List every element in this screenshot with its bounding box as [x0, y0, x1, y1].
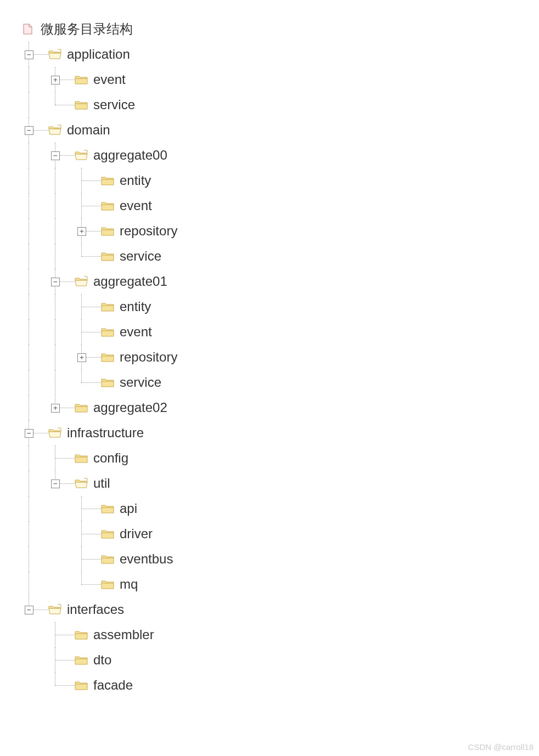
folder-icon — [101, 578, 115, 590]
folder-icon — [101, 301, 115, 313]
node-label: entity — [120, 299, 151, 314]
node-label: repository — [120, 223, 177, 239]
folder-icon — [101, 225, 115, 237]
folder-icon — [75, 629, 89, 641]
node-label: service — [93, 97, 135, 112]
toggle-collapse-icon[interactable]: − — [25, 606, 33, 614]
node-label: assembler — [93, 627, 154, 642]
folder-icon — [75, 452, 89, 464]
tree-node-aggregate02[interactable]: + aggregate02 — [22, 395, 539, 420]
node-label: application — [67, 47, 130, 62]
node-label: facade — [93, 678, 133, 693]
tree-node-interfaces-facade[interactable]: facade — [22, 673, 539, 698]
tree-node-aggregate01-event[interactable]: event — [22, 319, 539, 345]
folder-open-icon — [75, 275, 89, 287]
node-label: service — [120, 375, 161, 390]
tree-node-aggregate00-repository[interactable]: + repository — [22, 218, 539, 244]
node-label: eventbus — [120, 551, 173, 567]
node-label: infrastructure — [67, 425, 144, 441]
node-label: entity — [120, 173, 151, 188]
folder-open-icon — [48, 427, 63, 439]
node-label: repository — [120, 349, 177, 365]
toggle-expand-icon[interactable]: + — [51, 76, 60, 84]
tree-node-util-mq[interactable]: mq — [22, 572, 539, 597]
node-label: aggregate02 — [93, 400, 167, 415]
tree-node-util-eventbus[interactable]: eventbus — [22, 546, 539, 572]
tree-node-aggregate00-event[interactable]: event — [22, 193, 539, 218]
tree-node-aggregate01-entity[interactable]: entity — [22, 294, 539, 319]
toggle-collapse-icon[interactable]: − — [25, 50, 33, 59]
tree-node-util-driver[interactable]: driver — [22, 521, 539, 546]
node-label: 微服务目录结构 — [41, 20, 133, 38]
tree-node-aggregate01-service[interactable]: service — [22, 370, 539, 395]
folder-icon — [101, 351, 115, 363]
folder-icon — [101, 200, 115, 212]
tree-node-infrastructure-util[interactable]: − util — [22, 471, 539, 496]
tree-node-aggregate00[interactable]: − aggregate00 — [22, 143, 539, 168]
node-label: event — [120, 198, 152, 213]
node-label: config — [93, 450, 128, 466]
watermark-text: CSDN @carroll18 — [468, 742, 534, 752]
node-label: service — [120, 249, 161, 264]
folder-open-icon — [75, 477, 89, 489]
folder-icon — [101, 326, 115, 338]
folder-icon — [101, 174, 115, 187]
tree-node-aggregate00-service[interactable]: service — [22, 244, 539, 269]
folder-open-icon — [48, 48, 63, 60]
toggle-collapse-icon[interactable]: − — [51, 151, 60, 160]
node-label: driver — [120, 526, 153, 541]
node-label: event — [93, 72, 126, 87]
tree-node-infrastructure[interactable]: − infrastructure — [22, 420, 539, 445]
node-label: api — [120, 501, 137, 516]
node-label: event — [120, 324, 152, 340]
tree-node-infrastructure-config[interactable]: config — [22, 445, 539, 471]
folder-icon — [75, 99, 89, 111]
tree-node-domain[interactable]: − domain — [22, 117, 539, 143]
file-icon — [22, 23, 36, 35]
folder-icon — [101, 376, 115, 388]
folder-open-icon — [75, 149, 89, 161]
folder-icon — [101, 503, 115, 515]
folder-icon — [75, 74, 89, 86]
folder-icon — [75, 654, 89, 666]
node-label: dto — [93, 652, 111, 668]
tree-node-application-event[interactable]: + event — [22, 67, 539, 92]
toggle-collapse-icon[interactable]: − — [51, 479, 60, 488]
tree-node-aggregate00-entity[interactable]: entity — [22, 168, 539, 193]
node-label: domain — [67, 122, 110, 138]
toggle-collapse-icon[interactable]: − — [25, 429, 33, 438]
tree-node-aggregate01-repository[interactable]: + repository — [22, 345, 539, 370]
tree-node-interfaces-dto[interactable]: dto — [22, 647, 539, 673]
tree-node-util-api[interactable]: api — [22, 496, 539, 521]
toggle-collapse-icon[interactable]: − — [51, 278, 60, 286]
node-label: mq — [120, 577, 138, 592]
toggle-expand-icon[interactable]: + — [51, 404, 60, 413]
tree-node-aggregate01[interactable]: − aggregate01 — [22, 269, 539, 294]
toggle-expand-icon[interactable]: + — [77, 353, 86, 362]
node-label: aggregate00 — [93, 148, 167, 163]
node-label: util — [93, 476, 110, 491]
tree-node-interfaces[interactable]: − interfaces — [22, 597, 539, 622]
folder-open-icon — [48, 603, 63, 616]
node-label: interfaces — [67, 602, 124, 617]
tree-view: 微服务目录结构 − application + event service − … — [0, 0, 539, 698]
folder-open-icon — [48, 124, 63, 136]
toggle-expand-icon[interactable]: + — [77, 227, 86, 236]
node-label: aggregate01 — [93, 274, 167, 289]
toggle-collapse-icon[interactable]: − — [25, 126, 33, 135]
folder-icon — [75, 402, 89, 414]
tree-node-root[interactable]: 微服务目录结构 — [22, 16, 539, 42]
folder-icon — [101, 528, 115, 540]
tree-node-application-service[interactable]: service — [22, 92, 539, 117]
folder-icon — [101, 250, 115, 262]
tree-node-application[interactable]: − application — [22, 42, 539, 67]
tree-node-interfaces-assembler[interactable]: assembler — [22, 622, 539, 647]
folder-icon — [101, 553, 115, 565]
folder-icon — [75, 679, 89, 691]
